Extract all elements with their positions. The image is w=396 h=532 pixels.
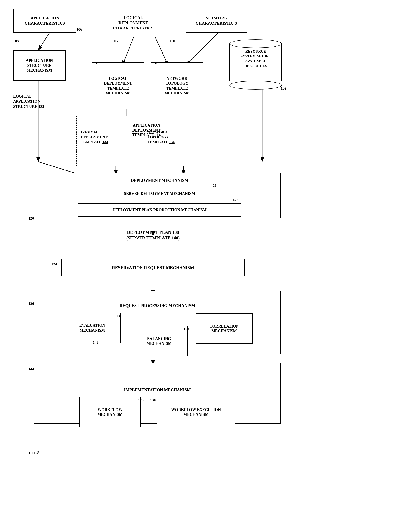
ref-106: 106 <box>76 27 82 32</box>
ref-112: 112 <box>113 39 119 43</box>
eval-mech-box: EVALUATION MECHANISM <box>64 313 121 343</box>
workflow-mech-label: WORKFLOW MECHANISM <box>97 407 122 417</box>
correlation-mech-box: CORRELATION MECHANISM <box>196 313 253 344</box>
ref-110: 110 <box>169 39 175 43</box>
ref-102: 102 <box>281 86 286 91</box>
ref-128: 128 <box>138 398 144 402</box>
server-deploy-mech-label: SERVER DEPLOYMENT MECHANISM <box>124 191 195 196</box>
correlation-mech-label: CORRELATION MECHANISM <box>209 324 239 334</box>
resource-sys-model-cylinder: RESOURCESYSTEM MODELAVAILABLERESOURCES <box>229 39 282 90</box>
svg-line-4 <box>186 32 219 66</box>
diagram-container: APPLICATION CHARACTERISTICS LOGICAL DEPL… <box>0 0 396 532</box>
resource-sys-model-label: RESOURCESYSTEM MODELAVAILABLERESOURCES <box>229 49 282 68</box>
ref-124: 124 <box>51 262 57 266</box>
net-topo-tmpl-mech-box: NETWORK TOPOLOGY TEMPLATE MECHANISM <box>151 62 203 109</box>
workflow-mech-box: WORKFLOW MECHANISM <box>79 397 140 427</box>
ref-118: 118 <box>153 61 158 65</box>
request-proc-mech-box: REQUEST PROCESSING MECHANISM EVALUATION … <box>34 291 281 354</box>
ref-130: 130 <box>150 398 156 402</box>
log-dep-tmpl-mech-label: LOGICAL DEPLOYMENT TEMPLATE MECHANISM <box>104 76 132 96</box>
ref-116: 116 <box>94 61 99 65</box>
ref-100: 100 ↗ <box>29 450 40 456</box>
deployment-mech-title: DEPLOYMENT MECHANISM <box>131 178 188 183</box>
app-characteristics-box: APPLICATION CHARACTERISTICS <box>13 9 76 33</box>
log-dep-char-box: LOGICAL DEPLOYMENT CHARACTERISTICS <box>100 9 166 37</box>
workflow-exec-mech-label: WORKFLOW EXECUTION MECHANISM <box>171 407 221 417</box>
app-char-label: APPLICATION CHARACTERISTICS <box>25 16 65 26</box>
app-struct-mech-label: APPLICATION STRUCTURE MECHANISM <box>26 58 53 73</box>
reservation-req-mech-box: RESERVATION REQUEST MECHANISM <box>61 259 245 276</box>
log-dep-tmpl-mech-box: LOGICAL DEPLOYMENT TEMPLATE MECHANISM <box>92 62 144 109</box>
app-struct-mech-box: APPLICATION STRUCTURE MECHANISM <box>13 50 66 81</box>
svg-line-1 <box>38 32 50 50</box>
ref-148: 148 <box>93 340 99 345</box>
reservation-req-mech-label: RESERVATION REQUEST MECHANISM <box>112 265 194 271</box>
ref-122: 122 <box>211 184 216 188</box>
net-topo-tmpl-136-label: NETWORKTOPOLOGYTEMPLATE 136 <box>144 130 192 145</box>
net-char-label: NETWORK CHARACTERISTIC S <box>196 16 237 26</box>
ref-144: 144 <box>29 367 34 371</box>
ref-126: 126 <box>29 301 34 306</box>
deploy-plan-prod-mech-label: DEPLOYMENT PLAN PRODUCTION MECHANISM <box>113 208 207 213</box>
ref-142: 142 <box>233 198 239 202</box>
eval-mech-label: EVALUATION MECHANISM <box>79 323 105 333</box>
log-dep-char-label: LOGICAL DEPLOYMENT CHARACTERISTICS <box>113 15 154 31</box>
ref-120: 120 <box>29 216 34 221</box>
workflow-exec-mech-box: WORKFLOW EXECUTION MECHANISM <box>157 397 235 427</box>
request-proc-title: REQUEST PROCESSING MECHANISM <box>120 303 195 308</box>
logical-app-struct-label: LOGICALAPPLICATIONSTRUCTURE 132 <box>13 94 61 109</box>
deploy-plan-label: DEPLOYMENT PLAN 138(SERVER TEMPLATE 140) <box>105 229 201 241</box>
balancing-mech-label: BALANCING MECHANISM <box>146 336 172 346</box>
net-topo-tmpl-mech-label: NETWORK TOPOLOGY TEMPLATE MECHANISM <box>164 76 190 96</box>
net-char-box: NETWORK CHARACTERISTIC S <box>186 9 247 33</box>
impl-mech-title: IMPLEMENTATION MECHANISM <box>124 387 191 393</box>
deploy-plan-prod-mech-box: DEPLOYMENT PLAN PRODUCTION MECHANISM <box>78 203 241 216</box>
ref-150: 150 <box>184 327 189 331</box>
ref-146: 146 <box>117 314 122 318</box>
balancing-mech-box: BALANCING MECHANISM <box>131 326 187 356</box>
server-deploy-mech-box: SERVER DEPLOYMENT MECHANISM <box>94 187 225 200</box>
ref-108: 108 <box>13 39 19 43</box>
deployment-mech-box: DEPLOYMENT MECHANISM SERVER DEPLOYMENT M… <box>34 173 281 219</box>
impl-mech-box: IMPLEMENTATION MECHANISM WORKFLOW MECHAN… <box>34 363 281 424</box>
svg-line-2 <box>122 32 135 66</box>
log-dep-tmpl-134-label: LOGICALDEPLOYMENTTEMPLATE 134 <box>78 130 123 145</box>
